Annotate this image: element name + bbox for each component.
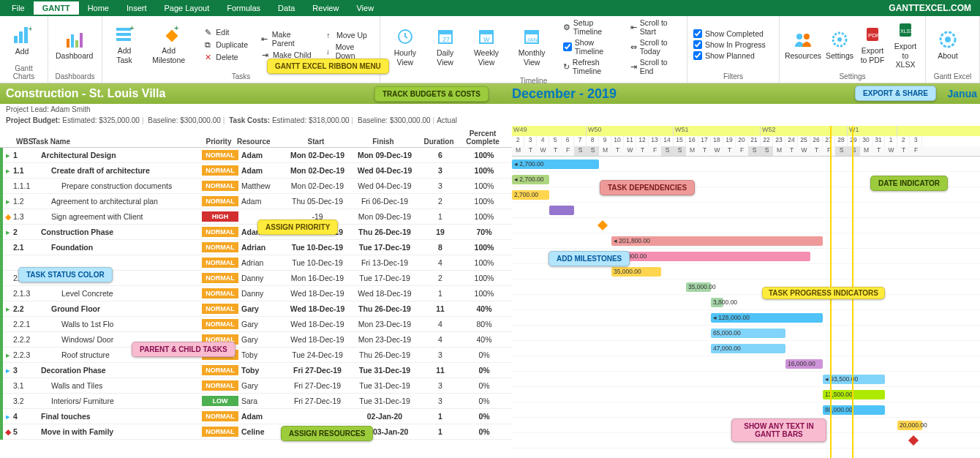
make-parent-button[interactable]: ⇤Make Parent <box>257 29 314 48</box>
priority-badge: NORMAL <box>202 227 238 237</box>
bar-chart-plus-icon: + <box>12 25 32 45</box>
monthly-view-button[interactable]: JANMonthly View <box>510 18 554 76</box>
row-marker: ▸ <box>3 228 13 236</box>
project-budget-row: Project Budget: Estimated: $325,000.00| … <box>0 115 980 126</box>
export-pdf-button[interactable]: PDFExport to PDF <box>857 18 888 72</box>
task-row[interactable]: ▸ 2.2 Ground Floor NORMAL Gary Wed 18-De… <box>0 301 512 317</box>
callout-export: EXPORT & SHARE <box>855 86 936 101</box>
task-grid: WBS Task Name Priority Resource Start Fi… <box>0 126 512 458</box>
menu-tab-review[interactable]: Review <box>304 1 347 15</box>
calendar-week-icon: W <box>476 26 497 47</box>
menu-tab-gantt[interactable]: GANTT <box>34 1 79 15</box>
row-marker: ▸ <box>3 197 13 206</box>
svg-rect-0 <box>14 36 18 43</box>
export-xlsx-button[interactable]: XLSXExport to XLSX <box>889 18 921 72</box>
priority-badge: NORMAL <box>202 273 238 283</box>
callout-milestones: ADD MILESTONES <box>549 251 630 266</box>
task-row[interactable]: ▸ 3 Decoration Phase NORMAL Toby Fri 27-… <box>0 363 512 378</box>
svg-rect-4 <box>67 39 69 48</box>
task-row[interactable]: ◆ 5 Move in with Family NORMAL Celine Fr… <box>0 424 512 440</box>
task-row[interactable]: 3.2 Interiors/ Furniture LOW Sara Fri 27… <box>0 394 512 409</box>
setup-timeline-button[interactable]: ⚙Setup Timeline <box>562 18 622 37</box>
menu-tab-view[interactable]: View <box>347 1 382 15</box>
add-task-button[interactable]: +Add Task <box>107 18 142 72</box>
menu-tab-file[interactable]: File <box>3 1 34 15</box>
gantt-bar[interactable]: 35,000.00 <box>611 267 661 277</box>
show-timeline-check[interactable]: Show Timeline <box>562 37 622 56</box>
month-label: December - 2019 <box>512 86 617 102</box>
gantt-bar[interactable]: 20,000.00 <box>897 421 922 430</box>
scroll-today-button[interactable]: ⇔Scroll to Today <box>629 37 682 56</box>
callout-parentchild: PARENT & CHILD TASKS <box>132 342 235 357</box>
task-row[interactable]: 2.2.1 Walls to 1st Flo NORMAL Gary Wed 1… <box>0 317 512 332</box>
menu-tab-formulas[interactable]: Formulas <box>218 1 269 15</box>
task-row[interactable]: 2.1.3 Level Concrete NORMAL Danny Wed 18… <box>0 286 512 301</box>
svg-text:JAN: JAN <box>527 37 538 43</box>
settings-button[interactable]: Settings <box>823 18 856 72</box>
hourly-view-button[interactable]: Hourly View <box>385 18 426 76</box>
duplicate-button[interactable]: ⧉Duplicate <box>200 39 251 50</box>
gantt-bar[interactable]: ◂ 201,800.00 <box>611 236 823 246</box>
gantt-bar[interactable]: ◂ 73,800.00 <box>611 252 810 261</box>
gantt-bar[interactable]: ◂ 128,000.00 <box>711 313 823 323</box>
gantt-bar[interactable] <box>549 206 574 215</box>
task-row[interactable]: 2.2.2 Windows/ Door NORMAL Gary Wed 18-D… <box>0 332 512 348</box>
svg-rect-5 <box>71 34 74 48</box>
delete-button[interactable]: ✕Delete <box>200 51 251 63</box>
scroll-end-button[interactable]: ⇥Scroll to End <box>629 57 682 76</box>
gantt-bar[interactable]: ◂ 2,700.00 <box>512 159 599 169</box>
move-down-button[interactable]: ↓Move Down <box>320 42 375 61</box>
menu-tab-page layout[interactable]: Page Layout <box>155 1 218 15</box>
weekly-view-button[interactable]: WWeekly View <box>464 18 508 76</box>
gantt-bar[interactable]: 13,500.00 <box>823 390 885 399</box>
show-completed-check[interactable]: Show Completed <box>692 29 767 39</box>
svg-point-33 <box>945 37 951 42</box>
show-inprogress-check[interactable]: Show In Progress <box>692 40 767 50</box>
group-label: Gantt Excel <box>930 72 975 81</box>
add-chart-button[interactable]: +Add <box>4 18 39 64</box>
task-row[interactable]: ▸ 1.2 Agreement to architectural plan NO… <box>0 194 512 209</box>
priority-badge: NORMAL <box>202 380 238 391</box>
task-row[interactable]: ▸ 1 Architectural Design NORMAL Adam Mon… <box>0 148 512 163</box>
menu-tab-home[interactable]: Home <box>79 1 118 15</box>
scroll-start-button[interactable]: ⇤Scroll to Start <box>629 18 682 37</box>
task-row[interactable]: ◆ 1.3 Sign agreement with Client HIGH -1… <box>0 209 512 225</box>
milestone-diamond[interactable] <box>598 220 608 230</box>
task-row[interactable]: 2.1 Foundation NORMAL Adrian Tue 10-Dec-… <box>0 240 512 255</box>
status-handle <box>0 286 3 301</box>
about-button[interactable]: About <box>930 18 965 72</box>
gantt-bar[interactable]: ◂ 2,700.00 <box>512 175 549 184</box>
task-row[interactable]: ▸ 1.1 Create draft of architecture NORMA… <box>0 163 512 179</box>
gantt-bar[interactable]: ◂ 93,500.00 <box>823 375 885 384</box>
dashboard-button[interactable]: Dashboard <box>53 18 96 72</box>
task-row[interactable]: 3.1 Walls and Tiles NORMAL Gary Fri 27-D… <box>0 378 512 394</box>
gantt-bar[interactable]: 16,000.00 <box>785 359 823 369</box>
milestone-diamond[interactable] <box>908 435 919 446</box>
status-handle <box>0 317 3 332</box>
gantt-bar[interactable]: 80,000.00 <box>823 405 885 415</box>
gantt-bar[interactable]: 35,000.00 <box>686 282 711 292</box>
daily-view-button[interactable]: 27Daily View <box>427 18 464 76</box>
gantt-bar[interactable]: 65,000.00 <box>711 329 785 338</box>
gantt-bar[interactable]: 2,700.00 <box>512 190 549 200</box>
resources-button[interactable]: Resources <box>784 18 822 72</box>
copy-icon: ⧉ <box>203 40 213 50</box>
edit-button[interactable]: ✎Edit <box>200 26 251 38</box>
task-row[interactable]: 1.1.1 Prepare construction documents NOR… <box>0 179 512 194</box>
gantt-bar[interactable]: 47,000.00 <box>711 344 785 353</box>
x-icon: ✕ <box>203 52 213 62</box>
menu-tab-insert[interactable]: Insert <box>118 1 156 15</box>
task-row[interactable]: ▸ 4 Final touches NORMAL Adam 02-Jan-20 … <box>0 409 512 424</box>
people-icon <box>793 29 813 50</box>
add-milestone-button[interactable]: +Add Milestone <box>143 18 194 72</box>
task-row[interactable]: ▸ 2.2.3 Roof structure NORMAL Toby Tue 2… <box>0 348 512 363</box>
show-planned-check[interactable]: Show Planned <box>692 50 767 61</box>
gantt-bar[interactable]: 3,800.00 <box>711 298 723 307</box>
task-row[interactable]: ▸ 2 Construction Phase NORMAL Adam Tue 1… <box>0 225 512 240</box>
pdf-icon: PDF <box>862 24 883 45</box>
move-up-button[interactable]: ↑Move Up <box>320 29 375 41</box>
refresh-timeline-button[interactable]: ↻Refresh Timeline <box>562 57 622 76</box>
menu-tab-data[interactable]: Data <box>269 1 304 15</box>
xlsx-icon: XLSX <box>895 20 916 40</box>
priority-badge: NORMAL <box>202 288 238 299</box>
